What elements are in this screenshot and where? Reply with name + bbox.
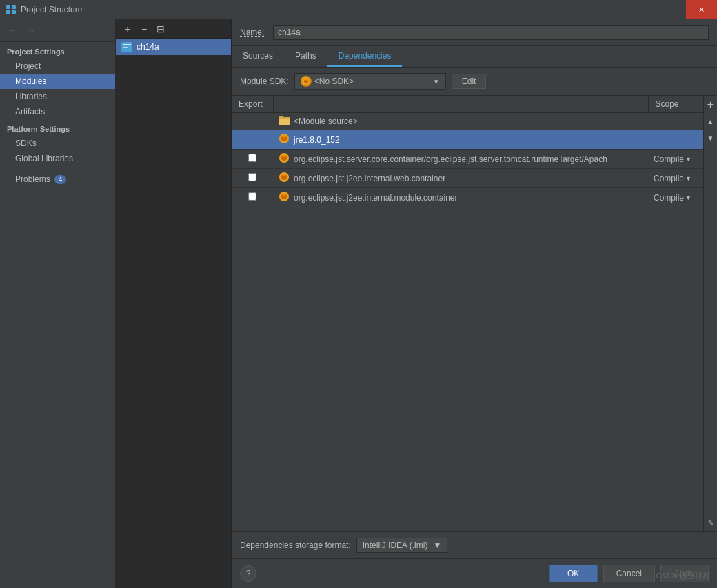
project-settings-header: Project Settings: [0, 42, 115, 59]
sidebar-item-artifacts[interactable]: Artifacts: [0, 104, 115, 119]
name-row: Name: ch14a: [232, 19, 717, 46]
name-cell: org.eclipse.jst.j2ee.internal.web.contai…: [273, 169, 648, 188]
scroll-down-button[interactable]: ▼: [703, 130, 718, 145]
scope-cell: Compile ▼: [648, 169, 703, 188]
minimize-button[interactable]: ─: [621, 0, 652, 19]
scroll-up-button[interactable]: ▲: [703, 114, 718, 129]
help-button[interactable]: ?: [240, 565, 256, 582]
remove-module-button[interactable]: −: [137, 21, 152, 37]
sidebar-item-problems[interactable]: Problems 4: [0, 172, 115, 187]
module-icon: [121, 42, 132, 52]
dep-name: org.eclipse.jst.j2ee.internal.module.con…: [294, 193, 457, 203]
format-dropdown-arrow-icon: ▼: [433, 540, 441, 550]
name-cell: org.eclipse.jst.server.core.container/or…: [273, 150, 648, 169]
table-side-buttons: + ▲ ▼ ✎: [703, 96, 717, 531]
ok-button[interactable]: OK: [549, 565, 598, 582]
right-panel: Name: ch14a Sources Paths Dependencies M…: [232, 19, 717, 588]
sidebar-item-project[interactable]: Project: [0, 59, 115, 74]
bottom-bar: Dependencies storage format: IntelliJ ID…: [232, 531, 717, 558]
app-icon: [6, 4, 17, 15]
table-row[interactable]: jre1.8.0_152: [232, 130, 703, 150]
tab-sources[interactable]: Sources: [232, 46, 284, 67]
modules-panel: + − ⊟ ch14a: [116, 19, 232, 588]
export-checkbox[interactable]: [248, 192, 256, 201]
export-cell: [232, 113, 273, 130]
title-bar: Project Structure ─ □ ✕: [0, 0, 717, 19]
sdk-icon: [301, 76, 312, 87]
export-checkbox[interactable]: [248, 173, 256, 181]
sidebar-item-label: SDKs: [15, 139, 37, 148]
maximize-button[interactable]: □: [654, 0, 685, 19]
add-dep-button[interactable]: +: [703, 97, 718, 112]
scope-cell: Compile ▼: [648, 150, 703, 169]
sdk-row: Module SDK: <No SDK> ▼ Edit: [232, 68, 717, 96]
export-checkbox[interactable]: [248, 154, 256, 162]
scope-dropdown-icon[interactable]: ▼: [685, 156, 691, 163]
table-row[interactable]: org.eclipse.jst.server.core.container/or…: [232, 150, 703, 169]
window-title: Project Structure: [21, 5, 711, 14]
svg-point-18: [283, 174, 285, 176]
col-export: Export: [232, 96, 273, 113]
svg-point-21: [283, 193, 285, 196]
scope-value: Compile: [654, 193, 684, 203]
name-label: Name:: [240, 28, 267, 37]
platform-settings-header: Platform Settings: [0, 119, 115, 136]
sidebar-item-label: Libraries: [15, 92, 47, 101]
back-button[interactable]: ←: [6, 23, 21, 37]
forward-button[interactable]: →: [23, 23, 39, 37]
sidebar-item-libraries[interactable]: Libraries: [0, 89, 115, 104]
sidebar-item-label: Artifacts: [15, 107, 45, 116]
table-row[interactable]: org.eclipse.jst.j2ee.internal.module.con…: [232, 188, 703, 207]
table-header-row: Export Scope: [232, 96, 703, 113]
scope-value: Compile: [654, 174, 684, 183]
add-module-button[interactable]: +: [120, 21, 135, 37]
dep-name: <Module source>: [294, 116, 358, 126]
name-input[interactable]: ch14a: [273, 25, 709, 40]
export-cell: [232, 150, 273, 169]
svg-rect-6: [123, 47, 128, 48]
dep-table-container: Export Scope: [232, 96, 703, 531]
tab-dependencies[interactable]: Dependencies: [327, 46, 403, 67]
sidebar-item-label: Project: [15, 61, 41, 71]
scope-value: Compile: [654, 154, 684, 164]
copy-module-button[interactable]: ⊟: [153, 21, 168, 37]
sidebar-item-sdks[interactable]: SDKs: [0, 136, 115, 151]
svg-rect-1: [12, 5, 16, 9]
sdk-dep-icon: [279, 172, 290, 185]
edit-sdk-button[interactable]: Edit: [452, 74, 487, 89]
scope-cell: [648, 130, 703, 150]
dep-name: jre1.8.0_152: [294, 135, 340, 145]
scope-dropdown-icon[interactable]: ▼: [685, 175, 691, 182]
dep-name: org.eclipse.jst.j2ee.internal.web.contai…: [294, 174, 445, 183]
table-row[interactable]: org.eclipse.jst.j2ee.internal.web.contai…: [232, 169, 703, 188]
folder-icon: [279, 116, 290, 127]
format-label: Dependencies storage format:: [240, 540, 351, 550]
format-dropdown[interactable]: IntelliJ IDEA (.iml) ▼: [356, 538, 448, 553]
problems-badge: 4: [54, 175, 67, 184]
cancel-button[interactable]: Cancel: [603, 565, 655, 582]
col-scope: Scope: [648, 96, 703, 113]
export-cell: [232, 169, 273, 188]
sdk-dep-icon: [279, 152, 290, 165]
sdk-dep-icon: [279, 191, 290, 204]
sdk-dep-icon: [279, 133, 290, 146]
scope-dropdown-icon[interactable]: ▼: [685, 194, 691, 201]
format-value: IntelliJ IDEA (.iml): [363, 540, 428, 550]
svg-rect-2: [6, 10, 10, 14]
sidebar-nav: ← →: [0, 19, 115, 42]
sdk-dropdown[interactable]: <No SDK> ▼: [294, 73, 446, 90]
dep-name: org.eclipse.jst.server.core.container/or…: [294, 154, 607, 164]
dialog-footer: ? OK Cancel Apply: [232, 558, 717, 588]
table-row[interactable]: <Module source>: [232, 113, 703, 130]
edit-dep-button[interactable]: ✎: [703, 515, 718, 530]
sidebar-item-global-libraries[interactable]: Global Libraries: [0, 151, 115, 166]
tab-paths[interactable]: Paths: [284, 46, 327, 67]
sidebar-item-modules[interactable]: Modules: [0, 74, 115, 89]
dep-table: Export Scope: [232, 96, 703, 207]
export-cell: [232, 130, 273, 150]
sidebar-item-label: Modules: [15, 77, 46, 86]
sidebar: ← → Project Settings Project Modules Lib…: [0, 19, 116, 588]
close-button[interactable]: ✕: [686, 0, 717, 19]
module-item-ch14a[interactable]: ch14a: [116, 39, 231, 55]
main-container: ← → Project Settings Project Modules Lib…: [0, 19, 717, 588]
